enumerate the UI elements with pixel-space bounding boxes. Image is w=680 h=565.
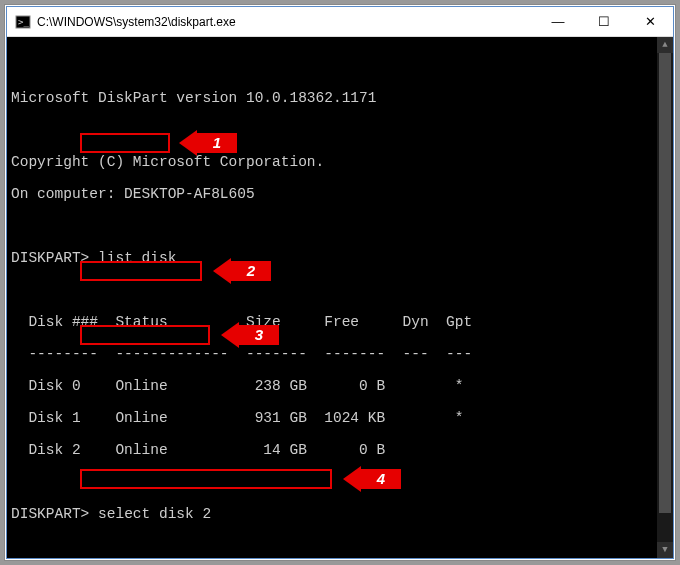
- table-row: Disk 0 Online 238 GB 0 B *: [11, 378, 671, 394]
- copyright-line: Copyright (C) Microsoft Corporation.: [11, 154, 671, 170]
- prompt-2: DISKPART> select disk 2: [11, 506, 671, 522]
- prompt-1: DISKPART> list disk: [11, 250, 671, 266]
- scrollbar[interactable]: ▲ ▼: [657, 37, 673, 558]
- svg-text:>_: >_: [18, 17, 29, 27]
- scroll-up-button[interactable]: ▲: [657, 37, 673, 53]
- scroll-thumb[interactable]: [659, 53, 671, 513]
- computer-line: On computer: DESKTOP-AF8L605: [11, 186, 671, 202]
- window: >_ C:\WINDOWS\system32\diskpart.exe — ☐ …: [6, 6, 674, 559]
- outer-frame: >_ C:\WINDOWS\system32\diskpart.exe — ☐ …: [4, 4, 676, 561]
- minimize-button[interactable]: —: [535, 7, 581, 37]
- terminal-area[interactable]: Microsoft DiskPart version 10.0.18362.11…: [7, 37, 673, 558]
- close-button[interactable]: ✕: [627, 7, 673, 37]
- version-line: Microsoft DiskPart version 10.0.18362.11…: [11, 90, 671, 106]
- titlebar[interactable]: >_ C:\WINDOWS\system32\diskpart.exe — ☐ …: [7, 7, 673, 37]
- scroll-down-button[interactable]: ▼: [657, 542, 673, 558]
- close-icon: ✕: [645, 14, 656, 29]
- terminal-icon: >_: [15, 14, 31, 30]
- maximize-icon: ☐: [598, 14, 610, 29]
- table-row: Disk 1 Online 931 GB 1024 KB *: [11, 410, 671, 426]
- minimize-icon: —: [552, 14, 565, 29]
- callout-label: 1: [213, 135, 221, 151]
- table-row: Disk 2 Online 14 GB 0 B: [11, 442, 671, 458]
- table-header: Disk ### Status Size Free Dyn Gpt: [11, 314, 671, 330]
- window-title: C:\WINDOWS\system32\diskpart.exe: [37, 15, 236, 29]
- maximize-button[interactable]: ☐: [581, 7, 627, 37]
- table-divider: -------- ------------- ------- ------- -…: [11, 346, 671, 362]
